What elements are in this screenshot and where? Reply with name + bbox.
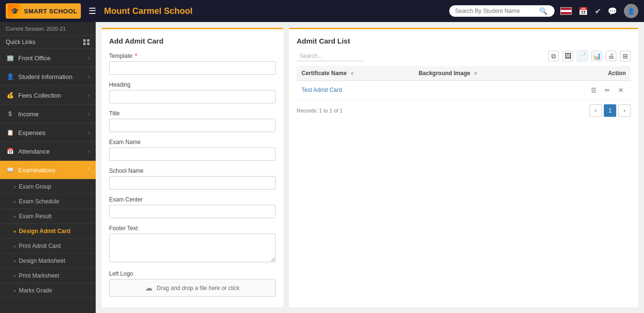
sidebar-item-fees-collection[interactable]: 💰 Fees Collection › [0,86,96,105]
left-logo-label: Left Logo [109,270,276,277]
sub-item-design-marksheet-label: Design Marksheet [19,257,66,264]
prev-page-btn[interactable]: ‹ [589,104,602,117]
exam-name-group: Exam Name [109,139,276,161]
main-layout: Current Session: 2020-21 Quick Links 🏢 F… [0,22,644,313]
search-icon[interactable]: 🔍 [539,7,547,15]
grid-icon [83,39,90,45]
calendar-icon[interactable]: 📅 [578,7,588,16]
arrow-icon4: » [13,229,16,234]
add-panel-title: Add Admit Card [109,37,276,45]
sidebar-item-front-office[interactable]: 🏢 Front Office › [0,49,96,67]
sidebar-item-attendance-label: Attendance [18,148,50,155]
chevron-right-icon3: › [88,92,90,98]
next-page-btn[interactable]: › [618,104,631,117]
row-menu-btn[interactable]: ☰ [588,85,599,95]
sidebar-item-fees-label: Fees Collection [18,92,61,99]
sort-icon-cert: ▼ [350,71,355,76]
excel-action-icon[interactable]: 🖼 [563,51,573,61]
hamburger-menu[interactable]: ☰ [87,4,98,18]
avatar[interactable]: 👤 [624,4,638,18]
search-input[interactable] [455,8,536,14]
table-body: Test Admit Card ☰ ✏ ✕ [297,81,631,100]
exam-name-input[interactable] [109,147,276,161]
footer-text-input[interactable] [109,234,276,262]
cell-certificate-name: Test Admit Card [297,81,414,100]
flag-icon[interactable] [560,7,572,15]
income-icon: $ [6,110,14,118]
sidebar-item-front-office-label: Front Office [18,55,51,62]
arrow-icon7: » [13,273,16,279]
logo-area[interactable]: 🎓 SMART SCHOOL [6,3,81,19]
add-admit-card-panel: Add Admit Card Template * Heading Title … [101,28,283,307]
exam-center-input[interactable] [109,205,276,218]
logo-text: SMART SCHOOL [24,8,77,15]
sidebar-sub-item-exam-schedule[interactable]: » Exam Schedule [0,194,96,209]
col-action: Action [543,66,631,81]
arrow-icon8: » [13,288,16,293]
sidebar-item-student-label: Student Information [18,73,72,80]
certificate-name-link[interactable]: Test Admit Card [301,87,342,93]
heading-input[interactable] [109,90,276,103]
page-1-btn[interactable]: 1 [604,104,616,117]
sub-item-exam-group-label: Exam Group [19,183,51,190]
pdf-action-icon[interactable]: 📊 [591,51,602,61]
table-footer: Records: 1 to 1 of 1 ‹ 1 › [297,101,631,120]
sidebar-item-expenses[interactable]: 📋 Expenses › [0,123,96,142]
upload-text: Drag and drop a file here or click [156,285,239,291]
row-actions: ☰ ✏ ✕ [548,85,626,95]
chevron-down-icon: ˅ [87,167,90,173]
arrow-icon6: » [13,258,16,264]
chevron-right-icon5: › [88,130,90,135]
fees-icon: 💰 [6,91,14,100]
quick-links-label: Quick Links [6,39,35,45]
title-input[interactable] [109,119,276,132]
sidebar-sub-item-print-marksheet[interactable]: » Print Marksheet [0,268,96,283]
sidebar-sub-item-exam-result[interactable]: » Exam Result [0,209,96,224]
csv-action-icon[interactable]: 📄 [577,51,588,61]
nav-icons: 📅 ✔ 💬 👤 [560,4,638,18]
content-area: Add Admit Card Template * Heading Title … [96,22,644,313]
school-name-input[interactable] [109,176,276,190]
cell-background-image [414,81,543,100]
sidebar-item-examinations-label: Examinations [18,167,56,174]
row-delete-btn[interactable]: ✕ [615,85,626,95]
col-certificate-name: Certificate Name ▼ [297,66,414,81]
list-actions: ⧉ 🖼 📄 📊 🖨 ⊞ [548,51,631,61]
arrow-icon5: » [13,244,16,249]
chevron-right-icon6: › [88,148,90,154]
sidebar-item-income-label: Income [18,111,39,118]
logo-icon: 🎓 [8,4,21,18]
list-search [297,51,364,61]
template-input[interactable] [109,61,276,75]
copy-action-icon[interactable]: ⧉ [548,51,559,61]
sidebar-item-expenses-label: Expenses [18,129,45,136]
sidebar-item-attendance[interactable]: 📅 Attendance › [0,142,96,161]
whatsapp-icon[interactable]: 💬 [608,7,617,16]
chevron-right-icon4: › [88,111,90,117]
checklist-icon[interactable]: ✔ [595,7,601,16]
session-info: Current Session: 2020-21 [0,22,96,36]
sidebar-item-examinations[interactable]: 📖 Examinations ˅ [0,161,96,179]
sidebar-sub-item-design-marksheet[interactable]: » Design Marksheet [0,254,96,268]
sidebar-item-income[interactable]: $ Income › [0,105,96,123]
sidebar-sub-item-print-admit-card[interactable]: » Print Admit Card [0,239,96,254]
arrow-icon: » [13,184,16,190]
file-upload-area[interactable]: ☁ Drag and drop a file here or click [109,279,276,297]
student-icon: 👤 [6,72,14,81]
title-label: Title [109,110,276,117]
columns-action-icon[interactable]: ⊞ [620,51,631,61]
chevron-right-icon: › [88,55,90,61]
footer-text-label: Footer Text [109,225,276,232]
exam-center-group: Exam Center [109,196,276,218]
list-toolbar: ⧉ 🖼 📄 📊 🖨 ⊞ [297,51,631,61]
col-background-image: Background Image ▼ [414,66,543,81]
sidebar-sub-item-design-admit-card[interactable]: » Design Admit Card [0,224,96,239]
quick-links[interactable]: Quick Links [0,36,96,49]
sidebar-sub-item-exam-group[interactable]: » Exam Group [0,179,96,194]
footer-text-group: Footer Text [109,225,276,264]
sidebar-item-student-information[interactable]: 👤 Student Information › [0,67,96,86]
print-action-icon[interactable]: 🖨 [606,51,616,61]
list-search-input[interactable] [297,51,364,61]
row-edit-btn[interactable]: ✏ [602,85,612,95]
sidebar-sub-item-marks-grade[interactable]: » Marks Grade [0,283,96,298]
